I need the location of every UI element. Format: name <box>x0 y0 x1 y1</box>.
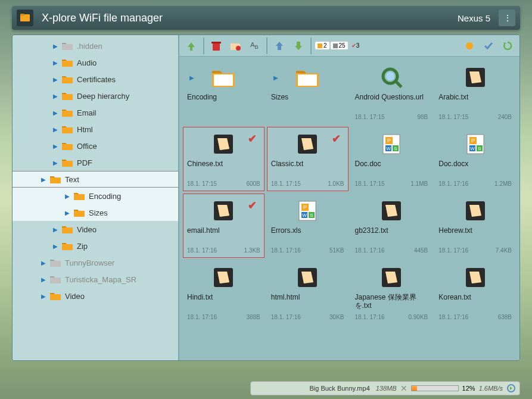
file-item[interactable]: Japanese 保険業界を.txt18.1. 17:160.90KB <box>351 260 433 325</box>
file-size: 30KB <box>329 314 344 320</box>
svg-text:W: W <box>470 146 475 151</box>
tree-item[interactable]: ▶PDF <box>13 154 178 171</box>
file-date: 18.1. 17:16 <box>438 247 468 254</box>
tree-item[interactable]: ▶.hidden <box>13 38 178 54</box>
expand-arrow-icon[interactable]: ▶ <box>53 226 59 233</box>
new-folder-button[interactable] <box>227 38 244 54</box>
file-date: 18.1. 17:16 <box>271 314 301 320</box>
file-size: 600B <box>246 180 260 187</box>
tree-item[interactable]: ▶Audio <box>13 54 178 71</box>
file-item[interactable]: ✔email.html18.1. 17:161.3KB <box>183 194 265 258</box>
rename-button[interactable]: AB <box>246 38 263 54</box>
tree-item-label: Video <box>65 292 178 301</box>
file-size: 445B <box>414 247 428 254</box>
file-name: email.html <box>187 226 260 247</box>
transfer-cancel-button[interactable]: ✕ <box>400 384 407 393</box>
svg-text:S: S <box>310 213 313 218</box>
expand-arrow-icon[interactable]: ▶ <box>41 293 47 300</box>
file-name: Errors.xls <box>271 226 344 247</box>
expand-arrow-icon[interactable]: ▶ <box>41 176 47 183</box>
expand-arrow-icon[interactable]: ▶ <box>53 160 59 166</box>
expand-arrow-icon[interactable]: ▶ <box>53 143 59 149</box>
tree-item[interactable]: ▶Html <box>13 121 178 138</box>
tree-item[interactable]: ▶Office <box>13 138 178 154</box>
file-date: 18.1. 17:16 <box>187 314 217 320</box>
download-button[interactable] <box>290 38 307 54</box>
file-date: 18.1. 17:16 <box>187 247 217 254</box>
file-size: 638B <box>498 314 512 320</box>
expand-arrow-icon[interactable]: ▶ <box>273 74 278 81</box>
expand-arrow-icon[interactable]: ▶ <box>53 110 59 116</box>
tree-item-label: Certificates <box>77 75 178 84</box>
delete-button[interactable] <box>208 38 225 54</box>
svg-rect-8 <box>298 74 317 86</box>
file-item[interactable]: PWSDoc.docx18.1. 17:161.2MB <box>434 127 516 191</box>
tree-item[interactable]: ▶Text <box>13 171 178 188</box>
title-bar: X-plore WiFi file manager Nexus 5 ⋮ <box>12 6 520 30</box>
file-item[interactable]: gb2312.txt18.1. 17:16445B <box>351 194 433 258</box>
up-button[interactable] <box>183 38 200 54</box>
transfer-icon <box>506 384 516 393</box>
file-item[interactable]: PWSDoc.doc18.1. 17:151.1MB <box>351 127 433 191</box>
tree-item[interactable]: ▶Turisticka_Mapa_SR <box>13 271 178 288</box>
tree-item[interactable]: ▶Encoding <box>13 188 178 204</box>
file-size: 1.3KB <box>244 247 260 254</box>
expand-arrow-icon[interactable]: ▶ <box>65 210 71 216</box>
expand-arrow-icon[interactable]: ▶ <box>53 243 59 250</box>
file-size: 0.90KB <box>408 314 428 320</box>
expand-arrow-icon[interactable]: ▶ <box>189 74 194 81</box>
content-panel: AB 2 25 ✔3 ▶Encoding▶SizesAndroid Questi… <box>179 35 519 360</box>
file-item[interactable]: ▶Encoding <box>183 60 265 124</box>
sun-button[interactable] <box>461 38 478 54</box>
file-item[interactable]: Hebrew.txt18.1. 17:167.4KB <box>434 194 516 258</box>
file-item[interactable]: Arabic.txt18.1. 17:15240B <box>434 60 516 124</box>
tree-item-label: Zip <box>77 242 178 251</box>
expand-arrow-icon[interactable]: ▶ <box>41 260 47 266</box>
file-size: 388B <box>246 314 260 320</box>
file-name: Japanese 保険業界を.txt <box>355 293 428 314</box>
expand-arrow-icon[interactable]: ▶ <box>65 193 71 200</box>
expand-arrow-icon[interactable]: ▶ <box>41 276 47 283</box>
tree-item[interactable]: ▶Email <box>13 104 178 121</box>
file-item[interactable]: PWSErrors.xls18.1. 17:1651KB <box>267 194 349 258</box>
file-item[interactable]: Korean.txt18.1. 17:16638B <box>434 260 516 325</box>
file-item[interactable]: ✔Chinese.txt18.1. 17:15600B <box>183 127 265 191</box>
file-item[interactable]: ✔Classic.txt18.1. 17:151.0KB <box>267 127 349 191</box>
transfer-percent: 12% <box>462 385 475 392</box>
svg-text:P: P <box>387 138 391 144</box>
expand-arrow-icon[interactable]: ▶ <box>53 43 59 49</box>
tree-item[interactable]: ▶Deep hierarchy <box>13 88 178 104</box>
tree-item[interactable]: ▶Video <box>13 221 178 238</box>
menu-button[interactable]: ⋮ <box>499 10 515 26</box>
file-item[interactable]: Hindi.txt18.1. 17:16388B <box>183 260 265 325</box>
tree-item[interactable]: ▶Sizes <box>13 204 178 221</box>
expand-arrow-icon[interactable]: ▶ <box>53 126 59 133</box>
tree-item[interactable]: ▶Zip <box>13 238 178 254</box>
file-item[interactable]: html.html18.1. 17:1630KB <box>267 260 349 325</box>
file-date: 18.1. 17:15 <box>438 114 468 120</box>
file-size: 240B <box>498 114 512 120</box>
refresh-button[interactable] <box>499 38 516 54</box>
clipboard-status: 2 25 <box>315 42 348 49</box>
file-size: 98B <box>417 114 428 120</box>
expand-arrow-icon[interactable]: ▶ <box>53 76 59 83</box>
transfer-speed: 1.6MB/s <box>479 385 503 392</box>
upload-button[interactable] <box>271 38 288 54</box>
file-grid[interactable]: ▶Encoding▶SizesAndroid Questions.url18.1… <box>179 57 519 360</box>
select-all-button[interactable] <box>480 38 497 54</box>
expand-arrow-icon[interactable]: ▶ <box>53 60 59 66</box>
svg-point-10 <box>386 72 394 80</box>
checkmark-icon: ✔ <box>248 199 257 212</box>
transfer-progress <box>411 385 459 391</box>
expand-arrow-icon[interactable]: ▶ <box>53 93 59 99</box>
tree-item[interactable]: ▶Video <box>13 288 178 304</box>
transfer-size: 138MB <box>376 385 397 392</box>
folder-tree[interactable]: ▶.hidden▶Audio▶Certificates▶Deep hierarc… <box>13 35 179 360</box>
file-date: 18.1. 17:15 <box>187 180 217 187</box>
tree-item[interactable]: ▶TunnyBrowser <box>13 254 178 271</box>
tree-item[interactable]: ▶Certificates <box>13 71 178 88</box>
tree-item-label: Audio <box>77 58 178 67</box>
file-item[interactable]: Android Questions.url18.1. 17:1598B <box>351 60 433 124</box>
tree-item-label: Email <box>77 108 178 117</box>
file-item[interactable]: ▶Sizes <box>267 60 349 124</box>
